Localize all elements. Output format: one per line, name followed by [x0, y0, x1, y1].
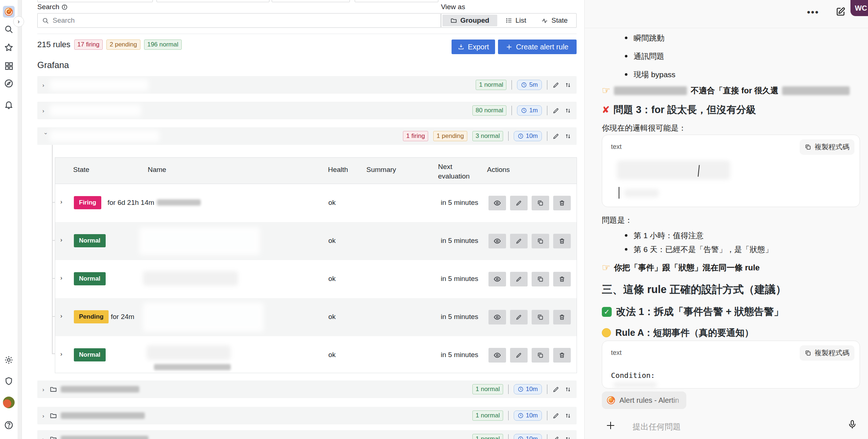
- rule-group-row-2[interactable]: › 80 normal 1m: [37, 102, 577, 119]
- view-rule-button[interactable]: [488, 348, 506, 363]
- chevron-right-icon[interactable]: ›: [42, 82, 50, 88]
- chevron-right-icon[interactable]: ›: [60, 313, 62, 319]
- redacted-text: [614, 86, 687, 95]
- user-avatar[interactable]: [3, 397, 15, 408]
- rule-group-row-1[interactable]: › 1 normal 5m: [37, 76, 577, 94]
- filter-field-4[interactable]: [355, 0, 438, 2]
- folder-group-row-3-partial[interactable]: › 1 normal 10m: [37, 430, 577, 439]
- rule-row-normal[interactable]: › Normal ok in 5 minutes: [55, 260, 577, 298]
- export-button[interactable]: Export: [452, 40, 495, 54]
- chat-heading-rule-a: Rule A：短期事件（真的要通知）: [602, 327, 754, 339]
- copy-code-button[interactable]: 複製程式碼: [800, 139, 854, 155]
- folder-group-row-2[interactable]: › 1 normal 10m: [37, 407, 577, 424]
- divider: [508, 411, 509, 420]
- reorder-icon[interactable]: [565, 386, 571, 393]
- state-badge: Normal: [74, 272, 106, 285]
- search-icon[interactable]: [3, 23, 15, 35]
- compose-new-chat-icon[interactable]: [835, 7, 846, 17]
- search-input[interactable]: Search: [37, 13, 441, 28]
- filter-field-2[interactable]: [156, 0, 269, 2]
- copy-rule-button[interactable]: [532, 310, 549, 324]
- microphone-icon[interactable]: [847, 419, 857, 429]
- view-grouped-button[interactable]: Grouped: [442, 15, 497, 26]
- group-state-badge: 3 normal: [472, 131, 503, 141]
- reorder-icon[interactable]: [565, 133, 571, 140]
- reorder-icon[interactable]: [565, 107, 571, 114]
- plus-icon: [506, 44, 512, 50]
- compass-explore-icon[interactable]: [3, 78, 15, 89]
- profile-avatar-chip[interactable]: WC: [850, 0, 868, 16]
- delete-rule-button[interactable]: [553, 348, 571, 363]
- filter-field-1[interactable]: [37, 0, 153, 2]
- folder-group-row-1[interactable]: › 1 normal 10m: [37, 380, 577, 398]
- edit-rule-button[interactable]: [510, 348, 528, 363]
- edit-group-icon[interactable]: [552, 107, 559, 114]
- delete-rule-button[interactable]: [553, 196, 571, 210]
- delete-rule-button[interactable]: [553, 310, 571, 324]
- edit-rule-button[interactable]: [510, 310, 528, 324]
- copy-rule-button[interactable]: [532, 196, 549, 210]
- filter-field-3[interactable]: [272, 0, 350, 2]
- copy-rule-button[interactable]: [532, 348, 549, 363]
- chevron-right-icon[interactable]: ›: [60, 351, 62, 357]
- expand-sidebar-button[interactable]: ›: [13, 16, 24, 27]
- chevron-right-icon[interactable]: ›: [42, 386, 50, 393]
- view-state-button[interactable]: State: [535, 15, 574, 26]
- health-value: ok: [328, 275, 336, 283]
- edit-rule-button[interactable]: [510, 196, 528, 210]
- chevron-right-icon[interactable]: ›: [60, 275, 62, 281]
- chevron-right-icon[interactable]: ›: [42, 413, 50, 419]
- chat-header-divider: [585, 28, 868, 28]
- help-icon[interactable]: [3, 419, 15, 431]
- edit-group-icon[interactable]: [552, 436, 559, 439]
- tree-guide-tick: [52, 353, 55, 354]
- rule-group-row-3-expanded[interactable]: › 1 firing 1 pending 3 normal 10m: [37, 127, 577, 145]
- view-rule-button[interactable]: [488, 272, 506, 286]
- pointing-hand-icon: ☞: [602, 85, 610, 96]
- rule-row-pending[interactable]: › Pending for 24m ok in 5 minutes: [55, 298, 577, 336]
- create-alert-rule-button[interactable]: Create alert rule: [498, 40, 577, 54]
- rule-row-firing[interactable]: › Firing for 6d 21h 14m ok in 5 minutes: [55, 184, 577, 222]
- chevron-right-icon[interactable]: ›: [60, 237, 62, 243]
- edit-group-icon[interactable]: [552, 133, 559, 140]
- chat-input[interactable]: 提出任何問題: [633, 421, 681, 432]
- view-rule-button[interactable]: [488, 196, 506, 210]
- reorder-icon[interactable]: [565, 82, 571, 89]
- copy-rule-button[interactable]: [532, 234, 549, 248]
- chevron-right-icon[interactable]: ›: [42, 436, 50, 439]
- next-evaluation-value: in 5 minutes: [421, 237, 478, 245]
- attach-plus-icon[interactable]: [605, 420, 616, 431]
- edit-rule-button[interactable]: [510, 234, 528, 248]
- divider: [512, 106, 512, 115]
- star-icon[interactable]: [3, 42, 15, 53]
- view-list-button[interactable]: List: [497, 15, 535, 26]
- group-state-badge: 1 normal: [472, 434, 503, 439]
- view-rule-button[interactable]: [488, 310, 506, 324]
- shield-admin-icon[interactable]: [3, 375, 15, 387]
- chevron-right-icon[interactable]: ›: [42, 108, 50, 114]
- copy-rule-button[interactable]: [532, 272, 549, 286]
- source-chip-alert-rules[interactable]: Alert rules - Alertin: [602, 391, 686, 409]
- rule-row-normal[interactable]: › Normal ok in 5 minutes: [55, 222, 577, 260]
- edit-group-icon[interactable]: [552, 412, 559, 419]
- reorder-icon[interactable]: [565, 412, 571, 419]
- reorder-icon[interactable]: [565, 436, 571, 439]
- gear-settings-icon[interactable]: [3, 354, 15, 366]
- divider: [547, 106, 547, 115]
- grafana-logo-icon[interactable]: [3, 6, 15, 18]
- copy-code-button[interactable]: 複製程式碼: [800, 345, 854, 361]
- chevron-right-icon[interactable]: ›: [60, 199, 62, 205]
- redacted-group-name: [50, 79, 148, 91]
- edit-rule-button[interactable]: [510, 272, 528, 286]
- folder-icon: [50, 386, 57, 393]
- view-rule-button[interactable]: [488, 234, 506, 248]
- edit-group-icon[interactable]: [552, 386, 559, 393]
- ellipsis-menu-icon[interactable]: •••: [807, 7, 819, 18]
- apps-grid-icon[interactable]: [3, 60, 15, 72]
- edit-group-icon[interactable]: [552, 82, 559, 89]
- delete-rule-button[interactable]: [553, 234, 571, 248]
- delete-rule-button[interactable]: [553, 272, 571, 286]
- rule-row-normal[interactable]: › Normal ok in 5 minutes: [55, 336, 577, 373]
- chevron-down-icon[interactable]: ›: [43, 132, 49, 140]
- bell-alerting-icon[interactable]: [3, 99, 15, 110]
